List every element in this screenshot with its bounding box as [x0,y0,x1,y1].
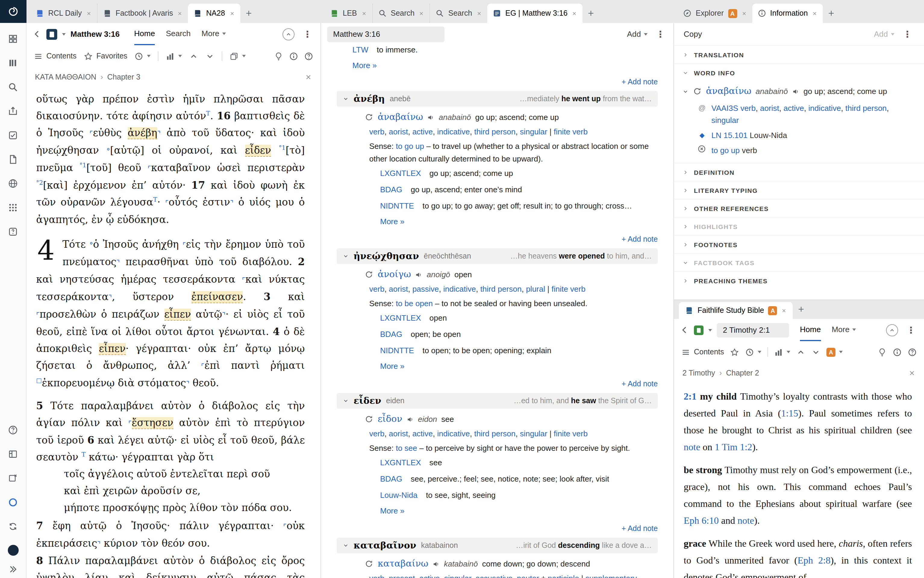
speaker-icon[interactable] [406,416,414,423]
chevron-down-icon[interactable] [708,329,712,331]
workflow-checklist-icon[interactable] [0,123,26,147]
collapse-panel-button[interactable] [283,28,295,40]
morphology-links[interactable]: verb, aorist, active, indicative, third … [364,427,658,441]
morphology-links[interactable]: verb, aorist, active, indicative, third … [364,125,658,139]
add-button-disabled[interactable]: Add [874,29,895,39]
locator-book[interactable]: 2 Timothy [683,369,715,377]
greek-paragraph[interactable]: 7 ἔφη αὐτῷ ὁ Ἰησοῦς· πάλιν γέγραπται· ⌜ο… [36,518,305,553]
morphology-row[interactable]: @ VAAI3S verb, aorist, active, indicativ… [683,102,917,127]
greek-paragraph[interactable]: 5 Τότε παραλαμβάνει αὐτὸν ὁ διάβολος εἰς… [36,398,305,466]
morphology-links[interactable]: verb, aorist, passive, indicative, third… [364,282,658,296]
lexicon-link[interactable]: BDAG [380,471,402,487]
lexicon-link[interactable]: LXGNTLEX [380,165,421,182]
logos-logo[interactable] [0,0,26,23]
resource-chip-icon[interactable] [46,29,57,39]
tab-search[interactable]: Search [166,23,191,45]
tab-na28[interactable]: NA28 [188,3,240,23]
close-layout-icon[interactable] [0,466,26,490]
tab-search-1[interactable]: Search [372,3,429,23]
lemma-link[interactable]: εἶδον [378,412,402,427]
lexicon-link[interactable]: BDAG [380,182,402,198]
greek-paragraph[interactable]: οὕτως γὰρ πρέπον ἐστὶν ἡμῖν πληρῶσαι πᾶσ… [36,91,305,229]
info-icon[interactable] [289,52,298,60]
sense-line[interactable]: Sense: to go up – to travel up (whether … [364,140,658,165]
greek-paragraph[interactable]: 8 Πάλιν παραλαμβάνει αὐτὸν ὁ διάβολος εἰ… [36,553,305,578]
search-icon[interactable] [0,75,26,99]
add-note-link[interactable]: + Add note [621,380,658,388]
close-icon[interactable] [361,11,367,16]
greek-poetry-line[interactable]: καὶ ἐπὶ χειρῶν ἀροῦσίν σε, [36,483,305,500]
kebab-menu-icon[interactable]: ⋮ [901,29,914,39]
tab-more[interactable]: More [832,319,856,341]
info-section-literary-typing[interactable]: LITERARY TYPING [674,181,924,199]
info-section-factbook-tags[interactable]: FACTBOOK TAGS [674,253,924,271]
parallel-resources-button[interactable] [230,52,246,60]
close-icon[interactable] [741,11,747,16]
close-icon[interactable] [419,11,424,16]
lexicon-link[interactable]: Louw-Nida [380,487,417,503]
apps-grid-icon[interactable] [0,195,26,219]
word-section-header[interactable]: ἀνέβη anebē …mediately he went up from t… [337,91,658,107]
resource-chip-icon[interactable] [694,325,704,335]
help-circle-icon[interactable] [0,418,26,442]
lightbulb-icon[interactable] [274,52,283,60]
louw-nida-row[interactable]: ◆ LN 15.101 Louw-Nida [683,130,917,142]
lexicon-link[interactable]: LTW [352,45,368,58]
highlighting-style-button[interactable]: A [827,347,843,357]
morphology-links[interactable]: verb, present, active, singular, accusat… [364,572,658,578]
previous-chevron-icon[interactable] [189,52,199,60]
lemma-link[interactable]: ἀναβαίνω [706,83,751,99]
info-section-word-info[interactable]: WORD INFO [674,63,924,81]
chevron-down-icon[interactable] [62,33,66,35]
document-icon[interactable] [0,147,26,171]
close-icon[interactable] [229,11,235,16]
tab-more[interactable]: More [201,23,226,45]
close-icon[interactable] [812,11,817,16]
info-section-definition[interactable]: DEFINITION [674,163,924,181]
info-section-footnotes[interactable]: FOOTNOTES [674,235,924,253]
contents-button[interactable]: Contents [681,347,724,357]
add-section-button[interactable]: Add [627,29,647,39]
word-section-header[interactable]: καταβαῖνον katabainon …irit of God desce… [337,537,658,553]
visual-filters-button[interactable] [774,347,790,357]
greek-poetry-line[interactable]: τοῖς ἀγγέλοις αὐτοῦ ἐντελεῖται περὶ σοῦ [36,466,305,483]
help-icon[interactable] [304,52,313,60]
lemma-link[interactable]: ἀνοίγω [378,267,411,282]
lexicon-link[interactable]: LXGNTLEX [380,310,421,326]
copy-button[interactable]: Copy [684,29,702,39]
info-section-highlights[interactable]: HIGHLIGHTS [674,217,924,235]
kebab-menu-icon[interactable]: ⋮ [904,325,918,334]
info-icon[interactable] [893,347,902,357]
previous-chevron-icon[interactable] [796,347,805,357]
kebab-menu-icon[interactable]: ⋮ [301,29,314,39]
close-icon[interactable] [908,369,916,377]
info-section-other-references[interactable]: OTHER REFERENCES [674,199,924,217]
history-button[interactable] [745,347,761,357]
account-avatar[interactable] [0,538,26,562]
help-icon[interactable] [908,347,917,357]
new-tab-button[interactable] [240,3,257,23]
tab-faithlife-study-bible[interactable]: Faithlife Study Bible A [679,302,793,319]
close-icon[interactable] [305,73,312,81]
greek-paragraph-chapter4[interactable]: 4Τότε °ὁ Ἰησοῦς ἀνήχθη ⌜εἰς τὴν ἔρημον ὑ… [36,236,305,392]
word-section-header[interactable]: ἠνεῴχθησαν ēneōchthēsan …he heavens were… [337,248,658,264]
tab-home[interactable]: Home [134,23,155,45]
panel-reference[interactable]: Matthew 3:16 [70,29,120,39]
chevron-down-icon[interactable] [683,88,688,94]
sync-icon[interactable] [0,514,26,538]
close-icon[interactable] [177,11,183,16]
tab-search-2[interactable]: Search [430,3,487,23]
layouts-icon[interactable] [0,442,26,466]
tab-factbook[interactable]: Factbook | Avaris [97,3,188,23]
word-section-header[interactable]: εἶδεν eiden …ed to him, and he saw the S… [337,393,658,409]
library-icon[interactable] [0,50,26,75]
expand-rail-icon[interactable] [0,562,26,576]
guide-reference-input[interactable]: Matthew 3:16 [327,26,445,42]
history-button[interactable] [134,52,151,60]
lexicon-link[interactable]: NIDNTTE [380,198,414,214]
greek-text-body[interactable]: οὕτως γὰρ πρέπον ἐστὶν ἡμῖν πληρῶσαι πᾶσ… [26,88,320,578]
next-chevron-icon[interactable] [206,52,215,60]
speaker-icon[interactable] [415,271,422,278]
locator-chapter[interactable]: Chapter 2 [726,369,759,377]
back-icon[interactable] [680,325,689,334]
